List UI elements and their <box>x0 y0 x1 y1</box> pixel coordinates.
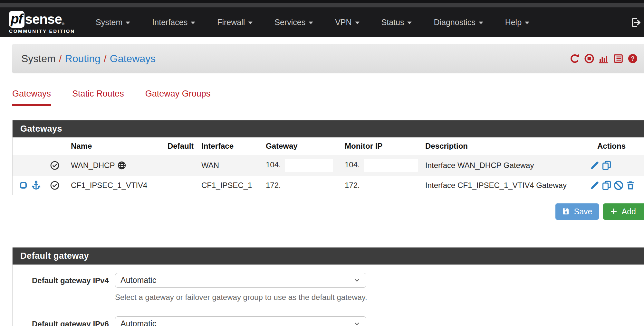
gateway-name: WAN_DHCP <box>71 161 115 170</box>
chevron-down-icon <box>309 22 313 24</box>
globe-icon <box>117 161 126 170</box>
nav-item-firewall[interactable]: Firewall <box>206 18 264 27</box>
plus-icon <box>610 207 618 216</box>
gateway-name: CF1_IPSEC_1_VTIV4 <box>71 181 147 190</box>
row-name-cell: WAN_DHCP <box>69 155 166 176</box>
chevron-down-icon <box>407 22 412 24</box>
breadcrumb-separator: / <box>59 53 62 65</box>
col-gateway: Gateway <box>264 137 343 155</box>
redaction-box <box>285 159 333 172</box>
table-row: CF1_IPSEC_1_VTIV4 CF1_IPSEC_1 172. 172. … <box>13 176 644 195</box>
table-header-row: Name Default Interface Gateway Monitor I… <box>13 137 644 155</box>
nav-item-diagnostics[interactable]: Diagnostics <box>423 18 494 27</box>
col-name: Name <box>69 137 166 155</box>
col-monitor-ip: Monitor IP <box>343 137 423 155</box>
routing-tabs: Gateways Static Routes Gateway Groups <box>12 89 644 106</box>
breadcrumb-link-routing[interactable]: Routing <box>65 53 101 65</box>
log-list-icon[interactable] <box>613 53 623 64</box>
anchor-icon[interactable] <box>31 180 41 191</box>
selected-option: Automatic <box>120 319 156 326</box>
default-gateway-ipv4-select[interactable]: Automatic <box>115 273 366 288</box>
copy-icon[interactable] <box>601 160 612 171</box>
col-default: Default <box>166 137 199 155</box>
row-left-icons <box>13 176 48 195</box>
nav-item-status[interactable]: Status <box>370 18 423 27</box>
form-control: Automatic Select a gateway or failover g… <box>115 273 644 302</box>
col-description: Description <box>423 137 588 155</box>
breadcrumb-actions: ? <box>570 53 638 64</box>
ban-icon[interactable] <box>613 180 624 191</box>
chevron-down-icon <box>353 320 361 326</box>
sign-out-icon[interactable] <box>630 17 641 28</box>
chevron-down-icon <box>191 22 195 24</box>
gateway-address-cell: 104. <box>264 155 343 176</box>
monitor-ip-cell: 104. <box>343 155 423 176</box>
nav-item-label: Firewall <box>217 18 245 27</box>
square-outline-icon[interactable] <box>19 181 28 190</box>
col-interface: Interface <box>199 137 264 155</box>
default-gateway-panel: Default gateway Default gateway IPv4 Aut… <box>12 247 644 326</box>
gateway-default <box>166 176 199 195</box>
delete-icon[interactable] <box>625 180 636 191</box>
add-button-label: Add <box>622 207 636 216</box>
breadcrumb-separator: / <box>104 53 107 65</box>
chevron-down-icon <box>479 22 483 24</box>
monitor-ip-cell: 172. <box>343 176 423 195</box>
default-gateway-ipv6-select[interactable]: Automatic <box>115 316 366 326</box>
stop-circle-icon[interactable] <box>584 53 594 64</box>
form-row-ipv4: Default gateway IPv4 Automatic Select a … <box>13 265 644 308</box>
col-spacer <box>48 137 69 155</box>
logo-edition-text: COMMUNITY EDITION <box>9 28 69 34</box>
refresh-icon[interactable] <box>570 53 580 64</box>
check-circle-icon <box>50 161 60 170</box>
add-button[interactable]: Add <box>603 203 644 220</box>
nav-item-label: Diagnostics <box>434 18 475 27</box>
monitor-ip: 104. <box>345 160 360 169</box>
help-text: Select a gateway or failover gateway gro… <box>115 293 644 302</box>
chevron-down-icon <box>248 22 253 24</box>
edit-icon[interactable] <box>590 180 600 191</box>
nav-item-label: Status <box>381 18 404 27</box>
save-button[interactable]: Save <box>555 203 599 220</box>
row-name-cell: CF1_IPSEC_1_VTIV4 <box>69 176 166 195</box>
default-gateway-ipv4-label: Default gateway IPv4 <box>13 273 115 302</box>
gateway-address: 104. <box>266 160 281 169</box>
tab-static-routes[interactable]: Static Routes <box>72 89 124 106</box>
help-circle-icon[interactable]: ? <box>628 53 638 64</box>
gateway-default <box>166 155 199 176</box>
nav-item-label: System <box>96 18 122 27</box>
col-spacer <box>13 137 48 155</box>
logo-registered-mark: ® <box>62 22 64 26</box>
main-navbar: pf sense ® COMMUNITY EDITION System Inte… <box>0 7 644 37</box>
row-actions <box>588 176 644 195</box>
gateway-description: Interface WAN_DHCP Gateway <box>423 155 588 176</box>
tab-gateway-groups[interactable]: Gateway Groups <box>145 89 211 106</box>
default-gateway-panel-title: Default gateway <box>13 247 644 265</box>
breadcrumb-link-gateways[interactable]: Gateways <box>110 53 156 65</box>
row-status <box>48 155 69 176</box>
gateway-description: Interface CF1_IPSEC_1_VTIV4 Gateway <box>423 176 588 195</box>
logo-pf-box: pf <box>9 11 24 28</box>
nav-item-services[interactable]: Services <box>264 18 324 27</box>
table-buttons: Save Add <box>12 203 644 220</box>
copy-icon[interactable] <box>601 180 612 191</box>
selected-option: Automatic <box>120 275 156 285</box>
tab-gateways[interactable]: Gateways <box>12 89 51 106</box>
bar-chart-icon[interactable] <box>599 53 609 64</box>
form-control: Automatic Select a gateway or failover g… <box>115 316 644 326</box>
window-top-strip <box>0 0 644 3</box>
monitor-ip: 172. <box>345 181 360 190</box>
edit-icon[interactable] <box>590 160 600 171</box>
gateways-panel-title: Gateways <box>13 120 644 137</box>
chevron-down-icon <box>353 276 361 284</box>
nav-item-interfaces[interactable]: Interfaces <box>141 18 206 27</box>
gateway-interface: CF1_IPSEC_1 <box>199 176 264 195</box>
svg-text:?: ? <box>631 55 635 62</box>
row-status <box>48 176 69 195</box>
nav-item-system[interactable]: System <box>85 18 141 27</box>
row-left-icons <box>13 155 48 176</box>
nav-item-help[interactable]: Help <box>494 18 540 27</box>
logo-sense-text: sense <box>25 12 62 27</box>
nav-item-vpn[interactable]: VPN <box>324 18 370 27</box>
pfsense-logo[interactable]: pf sense ® COMMUNITY EDITION <box>9 11 69 34</box>
